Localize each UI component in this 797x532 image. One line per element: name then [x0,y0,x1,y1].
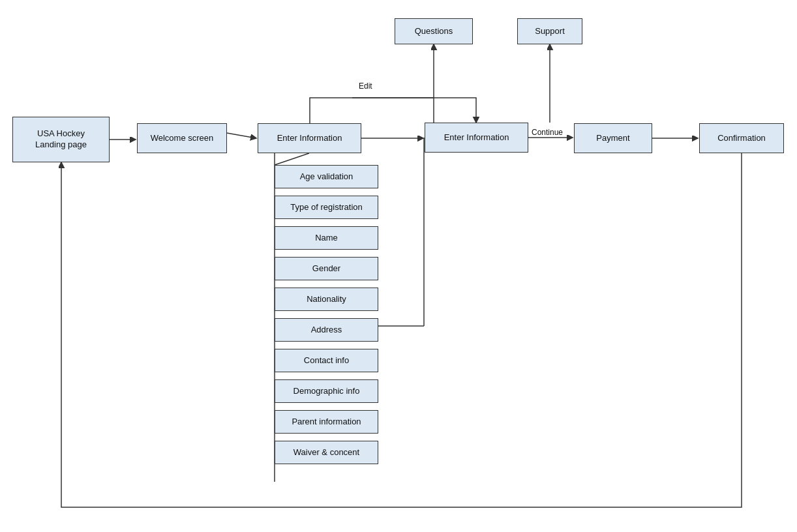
sub-parent-label: Parent information [292,417,361,428]
sub-gender-label: Gender [312,263,340,274]
sub-waiver: Waiver & concent [275,441,378,464]
sub-parent-information: Parent information [275,410,378,434]
enter-info-2-label: Enter Information [444,132,509,143]
sub-waiver-label: Waiver & concent [293,447,359,458]
welcome-label: Welcome screen [151,133,214,144]
sub-type-label: Type of registration [290,202,363,213]
sub-contact-label: Contact info [304,355,349,366]
enter-info-2-node: Enter Information [425,123,528,153]
support-label: Support [535,26,565,37]
edit-label: Edit [359,81,372,91]
sub-gender: Gender [275,257,378,280]
sub-address: Address [275,318,378,342]
landing-page-node: USA Hockey Landing page [12,117,110,162]
continue-label: Continue [532,128,563,137]
payment-label: Payment [596,133,629,144]
confirmation-node: Confirmation [699,123,784,153]
sub-nationality-label: Nationality [307,294,346,305]
sub-age-label: Age validation [300,171,353,183]
sub-name-label: Name [315,233,338,244]
svg-line-2 [227,133,256,138]
confirmation-label: Confirmation [717,133,766,144]
svg-line-11 [275,153,309,165]
landing-label: USA Hockey Landing page [35,128,87,151]
enter-info-1-node: Enter Information [258,123,361,153]
support-node: Support [517,18,582,44]
sub-demographic-info: Demographic info [275,379,378,403]
welcome-screen-node: Welcome screen [137,123,227,153]
sub-type-registration: Type of registration [275,196,378,219]
sub-age-validation: Age validation [275,165,378,188]
enter-info-1-label: Enter Information [277,133,342,144]
sub-address-label: Address [311,325,342,336]
payment-node: Payment [574,123,652,153]
questions-label: Questions [415,26,453,37]
questions-node: Questions [395,18,473,44]
sub-demographic-label: Demographic info [293,386,360,397]
sub-nationality: Nationality [275,288,378,311]
sub-contact-info: Contact info [275,349,378,372]
sub-name: Name [275,226,378,250]
